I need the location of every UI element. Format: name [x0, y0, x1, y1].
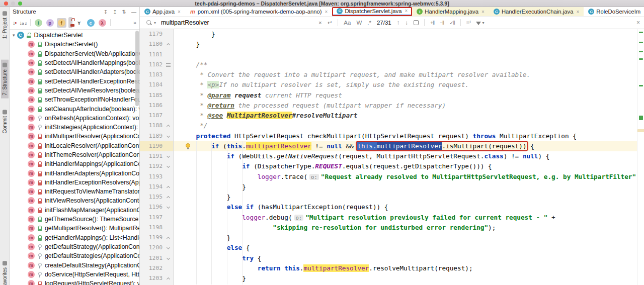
gutter-fold-column[interactable]: [165, 273, 174, 283]
editor-tab-pom-xml[interactable]: mpom.xml (005-spring-framework-demo-aop-…: [185, 7, 333, 16]
gutter-fold-column[interactable]: [165, 253, 174, 263]
toolwindow-commit[interactable]: Commit: [1, 107, 9, 136]
code-line-1201[interactable]: 1201 try {: [140, 253, 644, 263]
gutter-fold-column[interactable]: [165, 233, 174, 243]
code-line-1183[interactable]: 1183 * Convert the request into a multip…: [140, 70, 644, 80]
fold-down-icon[interactable]: [167, 256, 170, 259]
fold-down-icon[interactable]: [167, 246, 170, 249]
zoom-window-button[interactable]: [18, 2, 22, 6]
remove-occurrence-icon[interactable]: −ǁ: [440, 20, 444, 26]
gutter-fold-column[interactable]: [165, 80, 174, 90]
line-number[interactable]: 1179: [140, 29, 165, 39]
toolwindow----structure[interactable]: 7: Structure: [1, 60, 9, 99]
structure-item[interactable]: minitViewResolvers(ApplicationConte: [10, 196, 139, 205]
code-text[interactable]: if (WebUtils.getNativeRequest(request, M…: [174, 151, 644, 161]
editor-tab-app-java[interactable]: CApp.java×: [140, 7, 185, 16]
structure-item[interactable]: monRefresh(ApplicationContext): voi: [10, 114, 139, 123]
show-lambdas-toggle[interactable]: λ: [98, 18, 107, 28]
code-line-1192[interactable]: 1192 if (DispatcherType.REQUEST.equals(r…: [140, 161, 644, 171]
structure-item[interactable]: minitMultipartResolver(ApplicationCo: [10, 132, 139, 141]
current-line-stripe-mark[interactable]: [637, 129, 644, 132]
expand-all-icon[interactable]: ↧: [104, 9, 108, 15]
line-number[interactable]: 1194: [140, 182, 165, 192]
structure-item[interactable]: mcreateDefaultStrategy(ApplicationC: [10, 260, 139, 269]
code-line-1202[interactable]: 1202 return this.multipartResolver.resol…: [140, 263, 644, 273]
code-text[interactable]: }: [174, 233, 644, 243]
fold-down-icon[interactable]: [167, 205, 170, 209]
fold-up-icon[interactable]: [167, 186, 170, 189]
filter-results-icon[interactable]: ≡ᴵ: [466, 20, 471, 26]
structure-item[interactable]: minitHandlerMappings(ApplicationCo: [10, 159, 139, 168]
code-text[interactable]: * Convert the request into a multipart r…: [174, 70, 644, 80]
group-methods-toggle[interactable]: Y: [74, 18, 84, 28]
gutter-fold-column[interactable]: [165, 131, 174, 141]
code-text[interactable]: try {: [174, 253, 644, 263]
scroll-sync-icon[interactable]: ⇅: [122, 9, 126, 15]
show-properties-toggle[interactable]: p: [45, 18, 55, 28]
line-number[interactable]: 1192: [140, 161, 165, 171]
select-all-occurrences-icon[interactable]: ✓ǁ: [449, 20, 455, 26]
search-match-stripe-mark[interactable]: [639, 42, 643, 43]
code-line-1184[interactable]: 1184 * <p>If no multipart resolver is se…: [140, 80, 644, 90]
gutter-fold-column[interactable]: [165, 192, 174, 202]
gutter-fold-column[interactable]: [165, 50, 174, 60]
code-line-1197[interactable]: 1197 logger.debug(o:"Multipart resolutio…: [140, 213, 644, 223]
gutter-fold-column[interactable]: [165, 213, 174, 223]
search-match-stripe-mark[interactable]: [639, 116, 643, 120]
structure-item[interactable]: mgetThemeSource(): ThemeSource: [10, 215, 139, 224]
fold-down-icon[interactable]: [167, 164, 170, 168]
gutter-fold-column[interactable]: [165, 60, 174, 70]
javadoc-gutter-icon[interactable]: [166, 63, 171, 64]
previous-occurrence-icon[interactable]: ↑: [397, 20, 400, 26]
gutter-fold-column[interactable]: [165, 29, 174, 39]
editor-tab-handlerexecutionchain-java[interactable]: CHandlerExecutionChain.java×: [489, 7, 584, 16]
code-line-1196[interactable]: 1196 else if (hasMultipartException(requ…: [140, 202, 644, 212]
structure-item[interactable]: mlogRequest(HttpServletRequest): vo: [10, 279, 139, 285]
fold-up-icon[interactable]: [167, 277, 170, 281]
structure-item[interactable]: minitHandlerAdapters(ApplicationCor: [10, 168, 139, 177]
line-number[interactable]: 1190: [140, 141, 165, 151]
line-number[interactable]: 1188: [140, 121, 165, 131]
code-text[interactable]: return this.multipartResolver.resolveMul…: [174, 263, 644, 273]
line-number[interactable]: 1198: [140, 223, 165, 233]
line-number[interactable]: 1182: [140, 60, 165, 70]
line-number[interactable]: 1191: [140, 151, 165, 161]
close-find-bar-icon[interactable]: ×: [636, 19, 640, 26]
code-line-1179[interactable]: 1179 }: [140, 29, 644, 39]
code-line-1182[interactable]: 1182 /**: [140, 60, 644, 70]
sort-alphabetically-icon[interactable]: ↓a z: [19, 20, 27, 26]
gutter-fold-column[interactable]: [165, 263, 174, 273]
line-number[interactable]: 1201: [140, 253, 165, 263]
next-occurrence-icon[interactable]: ↓: [406, 20, 409, 26]
code-line-1186[interactable]: 1186 * @return the processed request (mu…: [140, 101, 644, 111]
gutter-fold-column[interactable]: [165, 70, 174, 80]
fold-up-icon[interactable]: [167, 237, 170, 240]
gutter-fold-column[interactable]: [165, 121, 174, 131]
code-editor[interactable]: 1179 }1180 }11811182 /**1183 * Convert t…: [140, 29, 644, 285]
structure-item[interactable]: minitLocaleResolver(ApplicationConte: [10, 141, 139, 150]
code-line-1190[interactable]: 1190 if (this.multipartResolver != null …: [140, 141, 644, 151]
gutter-fold-column[interactable]: [165, 243, 174, 253]
structure-item[interactable]: minitThemeResolver(ApplicationCont: [10, 150, 139, 159]
code-text[interactable]: }: [174, 182, 644, 192]
structure-item[interactable]: msetDetectAllHandlerExceptionResol: [10, 76, 139, 85]
gutter-fold-column[interactable]: [165, 90, 174, 101]
structure-item[interactable]: msetDetectAllHandlerAdapters(boole: [10, 67, 139, 76]
fold-up-icon[interactable]: [167, 125, 170, 128]
code-line-1200[interactable]: 1200 else {: [140, 243, 644, 253]
code-text[interactable]: logger.debug(o:"Multipart resolution pre…: [174, 213, 644, 223]
code-text[interactable]: "skipping re-resolution for undisturbed …: [174, 223, 644, 233]
line-number[interactable]: 1196: [140, 202, 165, 212]
code-line-1194[interactable]: 1194 }: [140, 182, 644, 192]
code-line-1181[interactable]: 1181: [140, 50, 644, 60]
structure-scrollbar[interactable]: [135, 31, 139, 106]
code-line-1198[interactable]: 1198 "skipping re-resolution for undistu…: [140, 223, 644, 233]
code-text[interactable]: * @see MultipartResolver#resolveMultipar…: [174, 111, 644, 121]
sort-by-visibility-icon[interactable]: ↓▪: [13, 20, 16, 26]
show-anonymous-toggle[interactable]: [68, 17, 72, 28]
gutter-fold-column[interactable]: [165, 101, 174, 111]
code-line-1199[interactable]: 1199 }: [140, 233, 644, 243]
structure-item[interactable]: minitFlashMapManager(ApplicationCo: [10, 206, 139, 215]
editor-tab-handlermapping-java[interactable]: IHandlerMapping.java×: [412, 7, 489, 16]
line-number[interactable]: 1181: [140, 50, 165, 60]
